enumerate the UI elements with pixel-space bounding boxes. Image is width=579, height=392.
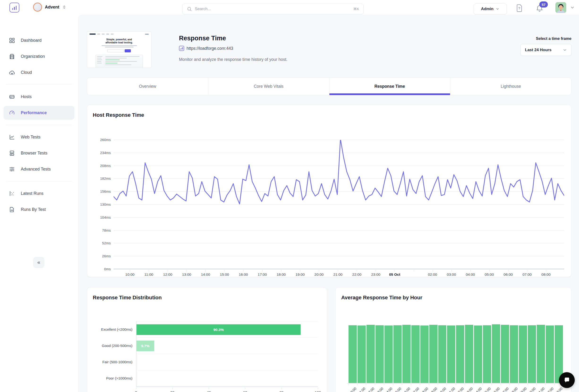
x-axis-tick <box>206 270 206 272</box>
hour-bar-16:00 <box>492 324 500 383</box>
timeframe-label: Select a time frame <box>536 36 572 41</box>
host-url[interactable]: https://loadforge.com:443 <box>187 46 233 51</box>
sidebar-item-label: Performance <box>21 111 47 115</box>
admin-menu-button[interactable]: Admin <box>474 3 507 15</box>
site-thumbnail: Simple, powerful, andaffordable load tes… <box>87 31 151 68</box>
sidebar-item-dashboard[interactable]: Dashboard <box>3 34 74 47</box>
y-axis-label: 78ms <box>88 228 111 232</box>
app-logo-icon[interactable] <box>9 2 19 12</box>
dist-row <box>137 354 318 370</box>
tab-bar: OverviewCore Web VitalsResponse TimeLigh… <box>87 77 572 95</box>
global-search[interactable]: ⌘K <box>182 3 364 14</box>
x-axis-tick <box>395 270 395 272</box>
x-axis-tick <box>243 270 244 272</box>
sidebar-item-cloud[interactable]: Cloud <box>3 65 74 79</box>
chat-widget-button[interactable] <box>559 372 575 388</box>
workspace-name: Advent <box>45 5 59 10</box>
timeframe-select[interactable]: Last 24 Hours <box>520 44 572 56</box>
chart-title: Host Response Time <box>93 112 144 118</box>
sidebar-item-runs-by-test[interactable]: Runs By Test <box>3 203 74 216</box>
workspace-switcher[interactable]: Advent <box>33 2 66 11</box>
sidebar-item-label: Hosts <box>21 94 32 99</box>
x-axis-tick <box>357 384 357 385</box>
x-axis-label: 04:00 <box>384 387 393 392</box>
dist-category-label: Excellent (<200ms) <box>87 327 133 332</box>
x-axis-tick <box>465 384 465 385</box>
hour-bar-08:00 <box>420 326 429 383</box>
hour-bar-01:00 <box>358 326 366 383</box>
sidebar-item-latest-runs[interactable]: Latest Runs <box>3 187 74 200</box>
user-avatar[interactable] <box>555 2 566 13</box>
sidebar-collapse-button[interactable]: « <box>33 257 44 268</box>
x-axis-tick <box>376 270 376 272</box>
tab-response-time[interactable]: Response Time <box>329 78 450 95</box>
x-axis-label: 10:00 <box>125 273 135 277</box>
search-shortcut-hint: ⌘K <box>353 7 359 11</box>
x-axis-tick <box>438 384 438 385</box>
sidebar-item-label: Dashboard <box>21 38 42 43</box>
hour-bar-12:00 <box>456 325 464 383</box>
x-axis-tick <box>456 384 456 385</box>
hour-bar-09:00 <box>429 325 437 383</box>
x-axis-label: 40 <box>207 390 211 392</box>
hour-bar-15:00 <box>483 325 491 383</box>
x-axis-tick <box>429 384 429 385</box>
y-axis-label: 52ms <box>88 241 111 245</box>
dist-row: 9.7% <box>137 337 318 354</box>
x-axis-label: 08:00 <box>420 387 429 392</box>
hour-bar-19:00 <box>519 326 527 383</box>
hour-bar-00:00 <box>349 325 357 383</box>
x-axis-label: 100 <box>315 390 321 392</box>
x-axis-label: 80 <box>279 390 283 392</box>
latest-runs-icon <box>9 190 15 197</box>
tab-overview[interactable]: Overview <box>87 78 208 95</box>
y-axis-label: 234ms <box>88 151 111 155</box>
sidebar-item-label: Browser Tests <box>21 151 48 156</box>
main-panel: Simple, powerful, andaffordable load tes… <box>78 15 579 392</box>
sidebar-item-performance[interactable]: Performance <box>3 106 74 119</box>
x-axis-label: 12:00 <box>163 273 172 277</box>
tab-lighthouse[interactable]: Lighthouse <box>450 78 571 95</box>
x-axis-label: 17:00 <box>501 387 509 392</box>
sidebar-divider <box>6 84 72 85</box>
hour-bar-13:00 <box>465 325 473 383</box>
account-chevron-icon[interactable] <box>570 5 575 11</box>
x-axis-label: 05 Oct <box>389 273 400 277</box>
y-axis-label: 0ms <box>88 267 111 271</box>
x-axis-label: 23:00 <box>371 273 380 277</box>
performance-icon <box>9 110 15 116</box>
sidebar-item-label: Runs By Test <box>21 207 46 212</box>
x-axis-label: 19:00 <box>519 387 527 392</box>
sidebar-item-advanced-tests[interactable]: Advanced Tests <box>3 162 74 176</box>
chevron-down-icon <box>496 7 500 11</box>
thumbnail-headline-1: Simple, powerful, and <box>87 38 151 41</box>
x-axis-tick <box>411 384 411 385</box>
x-axis-label: 03:00 <box>375 387 384 392</box>
x-axis-label: 20:00 <box>527 387 536 392</box>
y-axis-label: 156ms <box>88 189 111 193</box>
hour-bar-07:00 <box>411 325 420 383</box>
tab-core-web-vitals[interactable]: Core Web Vitals <box>208 78 329 95</box>
x-axis-label: 16:00 <box>492 387 501 392</box>
sidebar-item-browser-tests[interactable]: Browser Tests <box>3 146 74 160</box>
x-axis-tick <box>433 270 433 272</box>
runs-by-test-icon <box>9 206 15 213</box>
x-axis-label: 04:00 <box>466 273 475 277</box>
sidebar-item-web-tests[interactable]: Web Tests <box>3 130 74 144</box>
x-axis <box>136 386 318 387</box>
x-axis-tick <box>318 388 318 389</box>
help-button[interactable]: ? <box>516 4 523 13</box>
x-axis-label: 60 <box>243 390 247 392</box>
sidebar-item-organization[interactable]: Organization <box>3 50 74 63</box>
x-axis-tick <box>168 270 168 272</box>
sidebar-item-label: Cloud <box>21 70 32 75</box>
dist-category-label: Poor (>1000ms) <box>87 376 133 381</box>
x-axis-label: 05:00 <box>485 273 494 277</box>
x-axis-label: 10:00 <box>438 387 447 392</box>
sidebar-nav: DashboardOrganizationCloudHostsPerforman… <box>0 15 78 216</box>
x-axis-label: 15:00 <box>483 387 492 392</box>
y-axis-label: 208ms <box>88 164 111 168</box>
search-input[interactable] <box>195 7 351 11</box>
sidebar-item-hosts[interactable]: Hosts <box>3 90 74 104</box>
organization-icon <box>9 53 15 60</box>
